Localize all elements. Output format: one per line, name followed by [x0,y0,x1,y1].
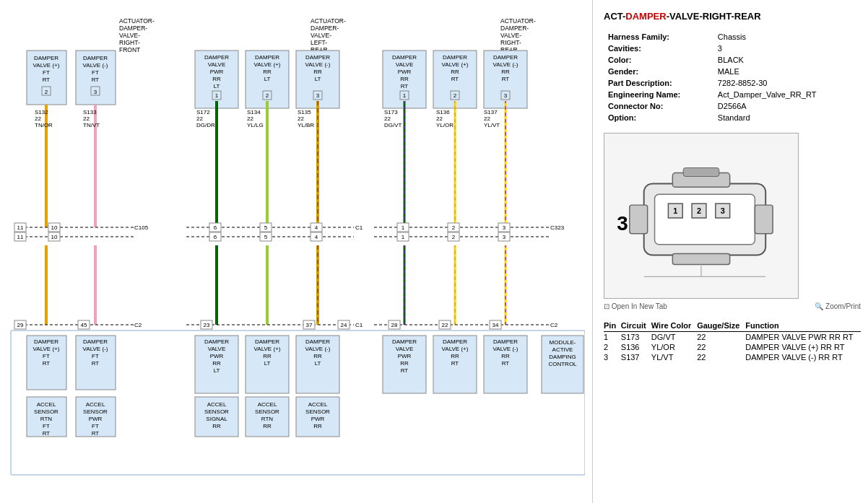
svg-text:VALVE (-): VALVE (-) [493,61,518,68]
svg-text:DAMPER: DAMPER [493,54,518,61]
svg-text:10: 10 [51,224,58,231]
svg-text:FT: FT [92,423,99,429]
svg-text:2: 2 [45,89,48,95]
info-panel: ACT-DAMPER-VALVE-RIGHT-REAR Harness Fami… [592,0,868,503]
svg-text:LT: LT [264,76,271,82]
title-highlight: DAMPER [625,11,666,22]
svg-text:RR: RR [400,360,409,367]
svg-text:1: 1 [673,206,677,215]
svg-text:DAMPER-: DAMPER- [119,25,147,32]
svg-text:RR: RR [263,353,272,359]
svg-text:RR: RR [501,353,510,359]
svg-text:FT: FT [43,353,50,359]
svg-text:RIGHT-: RIGHT- [119,39,140,46]
svg-text:DAMPER: DAMPER [443,338,467,345]
svg-text:LT: LT [315,76,321,82]
pin-table-row: 2S136YL/OR22DAMPER VALVE (+) RR RT [604,342,861,352]
svg-text:SENSOR: SENSOR [34,408,58,415]
svg-text:DAMPER: DAMPER [255,54,279,61]
svg-text:TN/OR: TN/OR [35,122,53,128]
svg-text:LT: LT [214,83,220,89]
svg-text:PWR: PWR [210,69,224,75]
svg-text:4: 4 [315,234,318,240]
svg-rect-261 [630,205,648,234]
title-prefix: ACT- [604,11,625,22]
svg-text:RT: RT [43,360,51,367]
svg-text:C105: C105 [134,224,149,231]
zoom-print-link[interactable]: 🔍 Zoom/Print [815,302,861,310]
svg-text:ACCEL: ACCEL [207,401,227,408]
svg-text:VALVE: VALVE [208,61,226,68]
title-suffix: -VALVE-RIGHT-REAR [667,11,761,22]
svg-text:DAMPER: DAMPER [83,338,108,345]
svg-text:S135: S135 [298,109,311,115]
svg-text:SENSOR: SENSOR [204,408,229,415]
svg-text:VALVE-: VALVE- [500,32,521,39]
connector-no-value: D2566A [715,101,859,111]
part-desc-label: Part Description: [605,78,713,88]
svg-text:VALVE (-): VALVE (-) [305,61,331,68]
svg-text:C1: C1 [355,322,363,328]
svg-text:S137: S137 [484,109,498,115]
info-row-gender: Gender: MALE [605,66,859,76]
svg-text:PWR: PWR [398,69,412,75]
svg-text:DAMPER-: DAMPER- [500,25,529,32]
svg-text:S136: S136 [436,109,450,115]
svg-text:3: 3 [504,92,508,99]
svg-text:VALVE (+): VALVE (+) [254,346,281,352]
svg-text:23: 23 [204,322,210,328]
svg-text:2: 2 [266,92,269,99]
pin-table-section: Pin Circuit Wire Color Gauge/Size Functi… [604,320,861,362]
svg-text:RT: RT [451,360,459,367]
svg-text:VALVE (+): VALVE (+) [33,346,60,352]
info-row-harness: Harness Family: Chassis [605,32,859,42]
option-label: Option: [605,113,713,123]
svg-text:RR: RR [212,76,221,82]
svg-text:RR: RR [212,423,221,429]
svg-text:RTN: RTN [261,416,274,422]
svg-text:VALVE: VALVE [208,346,226,352]
cavities-value: 3 [715,43,859,53]
svg-text:DG/DR: DG/DR [196,122,215,128]
color-value: BLACK [715,55,859,65]
svg-text:VALVE (+): VALVE (+) [442,61,469,68]
info-row-cavities: Cavities: 3 [605,43,859,53]
svg-text:VALVE (-): VALVE (-) [83,346,108,352]
svg-text:YL/BR: YL/BR [298,122,314,128]
svg-text:3: 3 [721,206,725,215]
svg-text:VALVE (-): VALVE (-) [83,62,108,69]
svg-text:ACCEL: ACCEL [258,401,277,408]
info-row-color: Color: BLACK [605,55,859,65]
function-col-header: Function [745,320,861,332]
pin-table-row: 1S173DG/VT22DAMPER VALVE PWR RR RT [604,332,861,343]
svg-text:2: 2 [697,206,701,215]
info-row-option: Option: Standard [605,113,859,123]
svg-text:VALVE (-): VALVE (-) [305,346,331,352]
svg-text:6: 6 [214,224,217,231]
svg-text:11: 11 [17,234,24,240]
svg-text:3: 3 [503,234,506,240]
svg-text:22: 22 [484,115,490,122]
svg-rect-262 [755,205,773,234]
color-label: Color: [605,55,713,65]
svg-rect-265 [672,254,729,265]
svg-text:1: 1 [402,224,405,231]
svg-text:VALVE (+): VALVE (+) [33,62,60,69]
svg-text:3: 3 [503,224,506,231]
svg-text:S133: S133 [83,109,97,115]
svg-text:24: 24 [341,322,347,328]
open-in-new-tab-link[interactable]: ⊡ Open In New Tab [604,302,667,310]
svg-text:3: 3 [617,212,628,235]
cavities-label: Cavities: [605,43,713,53]
svg-text:RT: RT [502,360,510,367]
svg-text:RTN: RTN [40,416,53,422]
svg-text:RR: RR [263,69,272,75]
svg-text:VALVE-: VALVE- [119,32,140,39]
svg-text:22: 22 [247,115,253,122]
svg-text:5: 5 [264,234,268,240]
gauge-col-header: Gauge/Size [697,320,745,332]
svg-text:VALVE (+): VALVE (+) [442,346,469,352]
svg-text:RR: RR [400,76,409,82]
svg-text:DAMPER: DAMPER [305,338,330,345]
connector-diagram-footer: ⊡ Open In New Tab 🔍 Zoom/Print [604,302,861,310]
